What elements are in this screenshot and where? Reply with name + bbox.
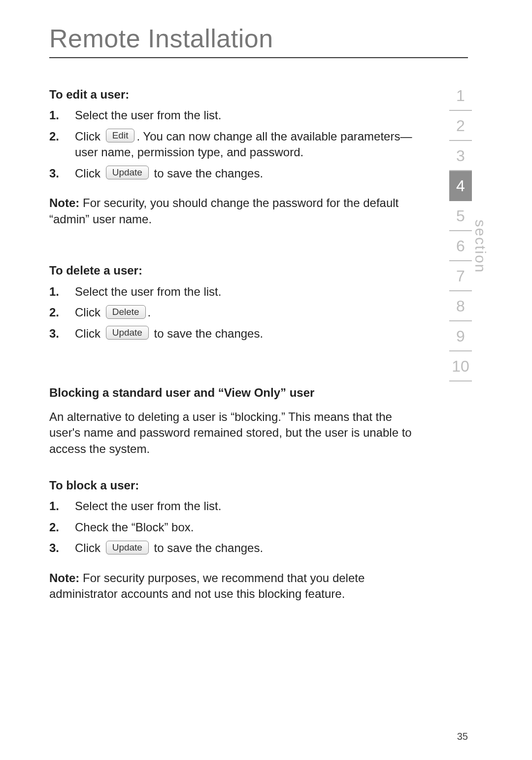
section-nav-item-2[interactable]: 2 (449, 111, 472, 141)
step-number: 1. (49, 498, 75, 514)
section-nav-item-7[interactable]: 7 (449, 261, 472, 291)
step-text: Select the user from the list. (75, 498, 424, 514)
section-nav: 1 2 3 4 5 6 7 8 9 10 (445, 81, 476, 381)
step-number: 3. (49, 166, 75, 181)
list-item: 2. Check the “Block” box. (49, 519, 424, 535)
step-number: 2. (49, 129, 75, 144)
step-text: Check the “Block” box. (75, 519, 424, 535)
list-item: 1. Select the user from the list. (49, 284, 424, 300)
page-number: 35 (457, 731, 468, 742)
page-title: Remote Installation (49, 24, 468, 53)
list-item: 3. Click Update to save the changes. (49, 166, 424, 182)
section-label: section (472, 219, 489, 273)
list-item: 2. Click Delete. (49, 305, 424, 321)
block-user-steps: 1. Select the user from the list. 2. Che… (49, 498, 424, 556)
delete-user-steps: 1. Select the user from the list. 2. Cli… (49, 284, 424, 342)
update-button[interactable]: Update (106, 326, 149, 340)
content: To edit a user: 1. Select the user from … (49, 87, 424, 602)
section-nav-item-8[interactable]: 8 (449, 291, 472, 321)
note-text: For security purposes, we recommend that… (49, 571, 365, 600)
step-number: 3. (49, 326, 75, 342)
note-text: For security, you should change the pass… (49, 196, 399, 225)
step-number: 1. (49, 107, 75, 123)
text: Click (75, 541, 104, 554)
section-nav-item-3[interactable]: 3 (449, 141, 472, 171)
delete-button[interactable]: Delete (106, 305, 146, 319)
section-nav-item-4[interactable]: 4 (449, 171, 472, 201)
step-text: Select the user from the list. (75, 284, 424, 300)
heading-delete-user: To delete a user: (49, 263, 424, 278)
step-number: 2. (49, 519, 75, 535)
step-number: 1. (49, 284, 75, 300)
text: Click (75, 167, 104, 180)
update-button[interactable]: Update (106, 541, 149, 554)
section-nav-item-5[interactable]: 5 (449, 201, 472, 231)
step-text: Click Delete. (75, 305, 424, 321)
step-number: 3. (49, 540, 75, 556)
heading-blocking: Blocking a standard user and “View Only”… (49, 385, 424, 401)
edit-button[interactable]: Edit (106, 129, 135, 142)
step-text: Click Update to save the changes. (75, 540, 424, 556)
section-nav-item-6[interactable]: 6 (449, 231, 472, 261)
update-button[interactable]: Update (106, 166, 149, 179)
blocking-para: An alternative to deleting a user is “bl… (49, 409, 424, 457)
text: to save the changes. (151, 327, 263, 340)
list-item: 3. Click Update to save the changes. (49, 540, 424, 556)
section-nav-item-10[interactable]: 10 (449, 351, 472, 381)
text: Click (75, 327, 104, 340)
heading-block-user: To block a user: (49, 478, 424, 493)
title-rule (49, 57, 468, 58)
list-item: 1. Select the user from the list. (49, 498, 424, 514)
text: to save the changes. (151, 541, 263, 554)
edit-user-steps: 1. Select the user from the list. 2. Cli… (49, 107, 424, 181)
step-text: Click Update to save the changes. (75, 326, 424, 342)
step-text: Click Update to save the changes. (75, 166, 424, 182)
step-number: 2. (49, 305, 75, 320)
page: Remote Installation To edit a user: 1. S… (0, 0, 532, 760)
text: to save the changes. (151, 167, 263, 180)
note-label: Note: (49, 571, 79, 585)
list-item: 1. Select the user from the list. (49, 107, 424, 123)
section-nav-item-1[interactable]: 1 (449, 81, 472, 111)
text: Click (75, 306, 104, 319)
step-text: Select the user from the list. (75, 107, 424, 123)
text: Click (75, 130, 104, 143)
note-edit: Note: For security, you should change th… (49, 195, 424, 227)
text: . (148, 306, 151, 319)
note-label: Note: (49, 196, 79, 209)
step-text: Click Edit. You can now change all the a… (75, 129, 424, 161)
list-item: 3. Click Update to save the changes. (49, 326, 424, 342)
heading-edit-user: To edit a user: (49, 87, 424, 103)
note-block: Note: For security purposes, we recommen… (49, 570, 424, 602)
list-item: 2. Click Edit. You can now change all th… (49, 129, 424, 161)
section-nav-item-9[interactable]: 9 (449, 321, 472, 351)
